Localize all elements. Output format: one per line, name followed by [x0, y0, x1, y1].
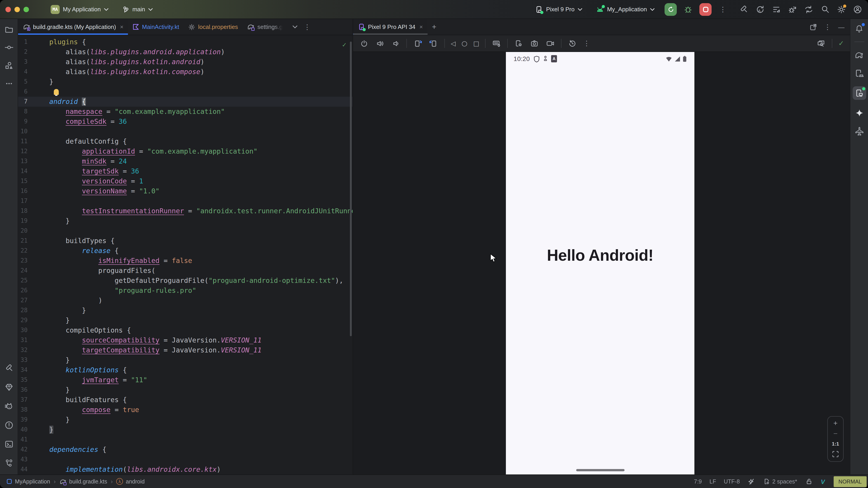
power-button[interactable]: [359, 38, 369, 48]
open-in-window-icon[interactable]: [810, 23, 817, 31]
show-hidden-tabs-chevron-icon[interactable]: [292, 25, 298, 29]
caret-position[interactable]: 7:9: [694, 478, 702, 485]
home-button[interactable]: ○: [462, 39, 467, 47]
code-line[interactable]: 32 targetCompatibility = JavaVersion.VER…: [18, 345, 352, 355]
device-manager-tool-button[interactable]: [854, 68, 864, 78]
gradle-tool-button[interactable]: [854, 50, 864, 60]
code-line[interactable]: 42dependencies {: [18, 445, 352, 455]
debug-button[interactable]: [683, 4, 693, 14]
code-line[interactable]: 9 compileSdk = 36: [18, 117, 352, 127]
rotate-right-button[interactable]: [429, 38, 438, 48]
breadcrumb-element[interactable]: λ android: [116, 478, 145, 485]
code-line[interactable]: 16 versionName = "1.0": [18, 186, 352, 196]
inspections-ok-check-icon[interactable]: ✓: [342, 40, 346, 50]
rotate-left-button[interactable]: [413, 38, 423, 48]
breadcrumb-file[interactable]: build.gradle.kts: [59, 478, 107, 485]
close-window-button[interactable]: [5, 6, 11, 12]
attach-debugger-button[interactable]: [787, 4, 798, 14]
project-selector[interactable]: MA My Application: [47, 5, 112, 14]
project-tool-button[interactable]: [4, 24, 14, 34]
indent-style[interactable]: 2 spaces*: [763, 478, 797, 485]
commit-tool-button[interactable]: [4, 42, 14, 53]
code-line[interactable]: 7android {: [18, 97, 352, 107]
code-line[interactable]: 36 }: [18, 385, 352, 395]
code-line[interactable]: 34 kotlinOptions {: [18, 365, 352, 375]
device-reset-button[interactable]: [567, 38, 577, 48]
code-line[interactable]: 31 sourceCompatibility = JavaVersion.VER…: [18, 335, 352, 345]
run-configuration-selector[interactable]: My_Application: [592, 6, 658, 13]
code-line[interactable]: 25 getDefaultProguardFile("proguard-andr…: [18, 275, 352, 286]
minimize-window-button[interactable]: [14, 6, 20, 12]
code-line[interactable]: 4 alias(libs.plugins.kotlin.compose): [18, 67, 352, 77]
search-everywhere-button[interactable]: [820, 4, 830, 14]
zoom-window-button[interactable]: [24, 6, 29, 12]
overview-button[interactable]: □: [473, 40, 479, 47]
close-tab-icon[interactable]: ×: [120, 24, 123, 30]
editor-scrollbar[interactable]: [350, 41, 352, 336]
code-line[interactable]: 30 compileOptions {: [18, 325, 352, 335]
sync-project-button[interactable]: [804, 4, 814, 14]
ai-completion-status-button[interactable]: [747, 477, 756, 486]
line-separator[interactable]: LF: [710, 478, 716, 485]
zoom-out-button[interactable]: −: [833, 431, 838, 437]
version-control-tool-button[interactable]: [4, 458, 14, 468]
travel-mode-tool-button[interactable]: [854, 126, 864, 136]
profiler-button[interactable]: [771, 4, 781, 14]
code-line[interactable]: 20: [18, 226, 352, 236]
tab-options-kebab[interactable]: ⋮: [304, 23, 311, 31]
vim-mode-badge[interactable]: NORMAL: [833, 476, 867, 487]
code-line[interactable]: 18 testInstrumentationRunner = "androidx…: [18, 206, 352, 216]
panel-options-kebab[interactable]: ⋮: [824, 23, 831, 31]
gemini-tool-button[interactable]: [854, 108, 864, 118]
volume-up-button[interactable]: [375, 38, 385, 48]
account-button[interactable]: [852, 4, 863, 14]
code-line[interactable]: 23 isMinifyEnabled = false: [18, 256, 352, 266]
device-selector[interactable]: Pixel 9 Pro: [531, 5, 586, 13]
build-tool-button[interactable]: [4, 363, 14, 373]
device-more-kebab[interactable]: ⋮: [583, 39, 590, 47]
code-line[interactable]: 41: [18, 435, 352, 445]
breadcrumb-module[interactable]: MyApplication: [6, 478, 50, 485]
settings-button[interactable]: [836, 4, 846, 14]
code-line[interactable]: 17: [18, 196, 352, 206]
code-line[interactable]: 33 }: [18, 355, 352, 365]
code-line[interactable]: 12 applicationId = "com.example.myapplic…: [18, 147, 352, 156]
app-inspection-tool-button[interactable]: [4, 382, 14, 392]
code-editor[interactable]: 1plugins {2 alias(libs.plugins.android.a…: [18, 35, 352, 475]
tab-strip-scrollbar[interactable]: [353, 33, 428, 35]
hardware-input-button[interactable]: [491, 38, 501, 48]
code-line[interactable]: 44 implementation(libs.androidx.core.ktx…: [18, 464, 352, 475]
code-line[interactable]: 27 ): [18, 295, 352, 305]
code-line[interactable]: 1plugins {: [18, 37, 352, 47]
code-line[interactable]: 29 }: [18, 315, 352, 325]
code-line[interactable]: 39 }: [18, 415, 352, 425]
screen-record-button[interactable]: [545, 38, 555, 48]
branch-selector[interactable]: main: [119, 6, 156, 13]
code-line[interactable]: 35 jvmTarget = "11": [18, 375, 352, 385]
tab-settings-gradle[interactable]: settings.g: [243, 19, 287, 35]
fit-to-window-icon[interactable]: [832, 451, 839, 458]
run-options-kebab[interactable]: ⋮: [718, 4, 728, 14]
stop-button[interactable]: [700, 3, 712, 15]
zoom-in-button[interactable]: +: [833, 420, 838, 427]
new-device-tab-button[interactable]: +: [428, 19, 441, 35]
intention-bulb-icon[interactable]: [54, 89, 59, 95]
file-writable-button[interactable]: [805, 477, 813, 486]
code-line[interactable]: 24 proguardFiles(: [18, 266, 352, 275]
device-settings-button[interactable]: [514, 38, 524, 48]
ideavim-logo-icon[interactable]: V: [821, 478, 825, 485]
code-line[interactable]: 14 targetSdk = 36: [18, 166, 352, 176]
screenshot-button[interactable]: [529, 38, 539, 48]
code-line[interactable]: 40}: [18, 425, 352, 435]
code-line[interactable]: 38 compose = true: [18, 405, 352, 415]
close-tab-icon[interactable]: ×: [420, 24, 423, 30]
build-button[interactable]: [739, 4, 749, 14]
code-line[interactable]: 6: [18, 87, 352, 97]
volume-down-button[interactable]: [391, 38, 401, 48]
code-line[interactable]: 21 buildTypes {: [18, 236, 352, 246]
structure-tool-button[interactable]: [4, 61, 14, 70]
emulator-screen[interactable]: 10:20 A Hello Android!: [506, 52, 694, 475]
code-line[interactable]: 11 defaultConfig {: [18, 136, 352, 147]
code-line[interactable]: 15 versionCode = 1: [18, 176, 352, 186]
code-line[interactable]: 3 alias(libs.plugins.kotlin.android): [18, 57, 352, 67]
